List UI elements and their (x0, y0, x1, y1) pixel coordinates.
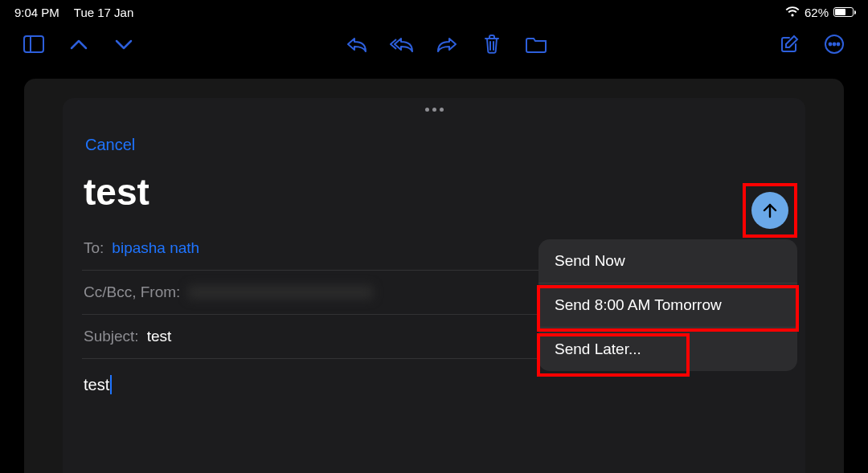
highlight-send-button (743, 183, 797, 238)
to-recipient[interactable]: bipasha nath (112, 239, 199, 257)
mail-toolbar (0, 21, 868, 67)
battery-icon (833, 7, 854, 17)
status-bar: 9:04 PM Tue 17 Jan 62% (0, 0, 868, 21)
trash-icon[interactable] (479, 31, 505, 57)
move-folder-icon[interactable] (524, 31, 550, 57)
svg-point-5 (829, 43, 832, 46)
menu-send-tomorrow[interactable]: Send 8:00 AM Tomorrow (538, 283, 797, 328)
forward-icon[interactable] (434, 31, 460, 57)
subject-label: Subject: (84, 328, 139, 345)
battery-pct: 62% (805, 6, 829, 19)
prev-message-icon[interactable] (66, 31, 92, 57)
subject-value: test (147, 328, 172, 345)
next-message-icon[interactable] (111, 31, 137, 57)
compose-title: test (82, 154, 786, 226)
status-time: 9:04 PM (14, 6, 59, 19)
arrow-up-icon (761, 202, 779, 219)
body-text: test (84, 376, 109, 394)
cancel-button[interactable]: Cancel (85, 136, 135, 153)
menu-send-now[interactable]: Send Now (538, 239, 797, 283)
reply-all-icon[interactable] (389, 31, 415, 57)
more-icon[interactable] (821, 31, 847, 57)
compose-icon[interactable] (776, 31, 802, 57)
sheet-grabber-icon[interactable] (82, 98, 786, 112)
svg-point-6 (833, 43, 836, 46)
reply-icon[interactable] (344, 31, 370, 57)
battery-fill (835, 9, 845, 15)
svg-point-7 (837, 43, 840, 46)
sidebar-toggle-icon[interactable] (21, 31, 47, 57)
menu-send-later[interactable]: Send Later... (538, 328, 797, 371)
to-label: To: (84, 239, 104, 257)
text-cursor (110, 375, 112, 394)
wifi-icon (785, 6, 800, 18)
send-button[interactable] (751, 192, 788, 229)
status-date: Tue 17 Jan (74, 6, 134, 19)
from-address-redacted (188, 285, 373, 300)
send-options-menu: Send Now Send 8:00 AM Tomorrow Send Late… (538, 239, 797, 371)
ccbcc-label: Cc/Bcc, From: (84, 283, 180, 301)
svg-rect-0 (24, 36, 43, 52)
